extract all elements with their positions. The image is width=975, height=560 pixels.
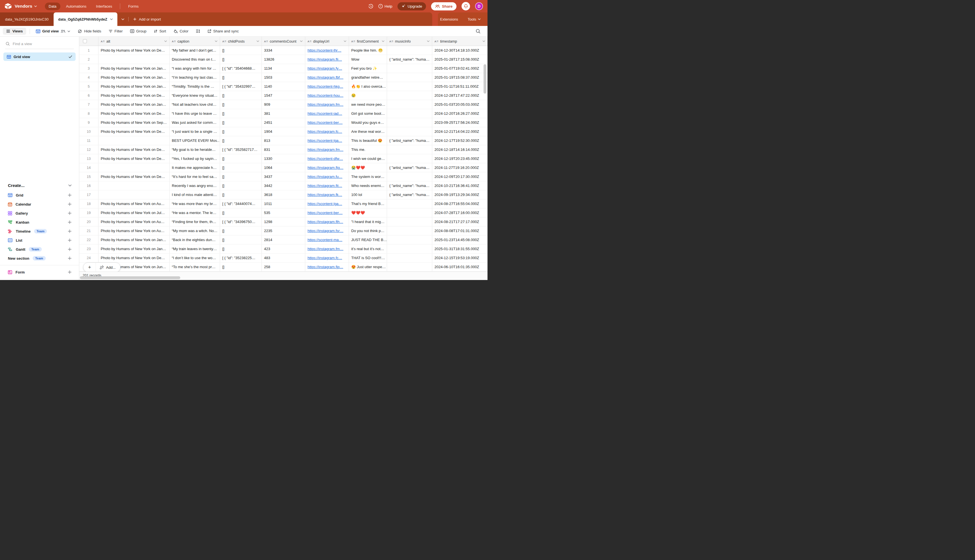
cell-displayUrl[interactable]: https://scontent-ber… <box>305 118 349 127</box>
cell-displayUrl[interactable]: https://scontent-ma… <box>305 235 349 244</box>
cell-childPosts[interactable]: [] <box>220 109 262 118</box>
cell-alt[interactable]: Photo by Humans of New York on De… <box>99 172 170 181</box>
cell-musicInfo[interactable] <box>387 82 432 91</box>
create-header[interactable]: Create... <box>0 183 79 191</box>
cell-commentsCount[interactable]: 2814 <box>262 235 305 244</box>
cell-timestamp[interactable]: 2025-01-28T17:15:08.000Z <box>432 55 488 64</box>
cell-caption[interactable]: “Everyone knew my situat… <box>170 91 220 100</box>
row-number[interactable]: 9 <box>79 118 99 127</box>
cell-displayUrl[interactable]: https://instagram.fm… <box>305 100 349 109</box>
cell-childPosts[interactable]: [] <box>220 208 262 217</box>
cell-childPosts[interactable]: [ { "id": "35238225… <box>220 253 262 262</box>
table-tab-inactive[interactable]: data_YeJXCj519OJntxC30 <box>0 12 53 26</box>
cell-alt[interactable]: Photo by Humans of New York on De… <box>99 145 170 154</box>
cell-alt[interactable]: Photo by Humans of New York on De… <box>99 253 170 262</box>
cell-commentsCount[interactable]: 1064 <box>262 163 305 172</box>
cell-displayUrl[interactable]: https://scontent-lga… <box>305 199 349 208</box>
cell-timestamp[interactable]: 2024-11-27T19:16:20.000Z <box>432 163 488 172</box>
cell-childPosts[interactable]: [] <box>220 73 262 82</box>
cell-timestamp[interactable]: 2024-12-20T16:26:27.000Z <box>432 109 488 118</box>
sort-button[interactable]: Sort <box>151 28 169 35</box>
cell-firstComment[interactable]: 😍 Just utter respe… <box>349 263 387 271</box>
cell-firstComment[interactable]: That’s my friend B… <box>349 199 387 208</box>
cell-displayUrl[interactable]: https://scontent-iad… <box>305 109 349 118</box>
tools-button[interactable]: Tools <box>468 17 481 22</box>
cell-firstComment[interactable]: Who needs enemi… <box>349 181 387 190</box>
create-item-timeline[interactable]: TimelineTeam <box>0 227 79 236</box>
cell-commentsCount[interactable]: 1503 <box>262 73 305 82</box>
cell-firstComment[interactable]: 😢 <box>349 91 387 100</box>
row-number[interactable]: 11 <box>79 136 99 145</box>
chevron-down-icon[interactable] <box>256 40 259 42</box>
cell-musicInfo[interactable] <box>387 253 432 262</box>
create-item-kanban[interactable]: Kanban <box>0 218 79 227</box>
cell-caption[interactable]: “My mom was a witch. No… <box>170 227 220 235</box>
plus-icon[interactable] <box>68 247 72 251</box>
add-or-import-button[interactable]: Add or import <box>129 12 165 26</box>
cell-caption[interactable]: “Timidity. Timidity is the … <box>170 82 220 91</box>
cell-childPosts[interactable]: [ { "id": "34440074… <box>220 199 262 208</box>
row-number[interactable]: 18 <box>79 199 99 208</box>
cell-timestamp[interactable]: 2025-01-23T14:45:08.000Z <box>432 235 488 244</box>
row-number[interactable]: 22 <box>79 235 99 244</box>
row-number[interactable]: 15 <box>79 172 99 181</box>
cell-displayUrl[interactable]: https://instagram.fu… <box>305 172 349 181</box>
cell-displayUrl[interactable]: https://scontent-ber… <box>305 208 349 217</box>
cell-caption[interactable]: “My father and I don’t get… <box>170 46 220 55</box>
plus-icon[interactable] <box>68 238 72 242</box>
cell-alt[interactable] <box>99 136 170 145</box>
cell-childPosts[interactable]: [ { "id": "352582717… <box>220 145 262 154</box>
cell-timestamp[interactable]: 2024-12-21T14:04:22.000Z <box>432 127 488 136</box>
cell-musicInfo[interactable] <box>387 245 432 253</box>
chevron-down-icon[interactable] <box>427 40 430 42</box>
cell-caption[interactable]: “My goal is to be heralde… <box>170 145 220 154</box>
cell-firstComment[interactable]: 🔥👏 I also overca… <box>349 82 387 91</box>
cell-musicInfo[interactable] <box>387 118 432 127</box>
cell-alt[interactable]: Photo by Humans of New York on Au… <box>99 227 170 235</box>
cell-firstComment[interactable]: People like him. 😬 <box>349 46 387 55</box>
cell-firstComment[interactable]: we need more peo… <box>349 100 387 109</box>
cell-firstComment[interactable]: The system is wor… <box>349 172 387 181</box>
row-number[interactable]: 2 <box>79 55 99 64</box>
cell-firstComment[interactable]: JUST READ THE B… <box>349 235 387 244</box>
plus-icon[interactable] <box>68 270 72 274</box>
cell-displayUrl[interactable]: https://instagram.fit… <box>305 181 349 190</box>
cell-childPosts[interactable]: [] <box>220 190 262 199</box>
cell-musicInfo[interactable] <box>387 235 432 244</box>
share-and-sync-button[interactable]: Share and sync <box>205 28 241 35</box>
color-button[interactable]: Color <box>171 28 191 35</box>
row-number[interactable]: 10 <box>79 127 99 136</box>
cell-commentsCount[interactable]: 2451 <box>262 118 305 127</box>
row-number[interactable]: 21 <box>79 227 99 235</box>
history-button[interactable] <box>369 4 373 9</box>
row-number[interactable]: 6 <box>79 91 99 100</box>
cell-alt[interactable] <box>99 190 170 199</box>
cell-childPosts[interactable]: [] <box>220 163 262 172</box>
cell-firstComment[interactable]: THAT is SO cool!!!… <box>349 253 387 262</box>
cell-caption[interactable]: “I have this urge to leave … <box>170 109 220 118</box>
cell-caption[interactable]: “I was angry with him for … <box>170 64 220 73</box>
add-record-button[interactable]: + <box>83 263 96 272</box>
cell-childPosts[interactable]: [] <box>220 46 262 55</box>
cell-alt[interactable]: Photo by Humans of New York on Jan… <box>99 82 170 91</box>
row-number[interactable]: 12 <box>79 145 99 154</box>
nav-tab-forms[interactable]: Forms <box>124 3 142 10</box>
cell-alt[interactable]: Photo by Humans of New York on Sep… <box>99 118 170 127</box>
cell-alt[interactable]: Photo by Humans of New York on Jan… <box>99 245 170 253</box>
cell-caption[interactable]: It makes me appreciate h… <box>170 163 220 172</box>
chevron-down-icon[interactable] <box>300 40 303 42</box>
cell-displayUrl[interactable]: https://instagram.fbf… <box>305 73 349 82</box>
cell-caption[interactable]: Recently I was angry eno… <box>170 181 220 190</box>
create-item-gantt[interactable]: GanttTeam <box>0 245 79 254</box>
cell-timestamp[interactable]: 2025-01-07T19:02:41.000Z <box>432 64 488 73</box>
column-header-childPosts[interactable]: AchildPosts <box>220 37 262 46</box>
cell-firstComment[interactable]: Would you guys e… <box>349 118 387 127</box>
cell-displayUrl[interactable]: https://scontent-hkg… <box>305 82 349 91</box>
cell-firstComment[interactable]: Are these real wor… <box>349 127 387 136</box>
cell-musicInfo[interactable] <box>387 145 432 154</box>
cell-firstComment[interactable]: I wish we could ge… <box>349 154 387 163</box>
cell-displayUrl[interactable]: https://instagram.ftg… <box>305 163 349 172</box>
cell-alt[interactable] <box>99 163 170 172</box>
create-item-calendar[interactable]: 31Calendar <box>0 200 79 209</box>
cell-timestamp[interactable]: 2024-12-28T17:47:22.000Z <box>432 91 488 100</box>
